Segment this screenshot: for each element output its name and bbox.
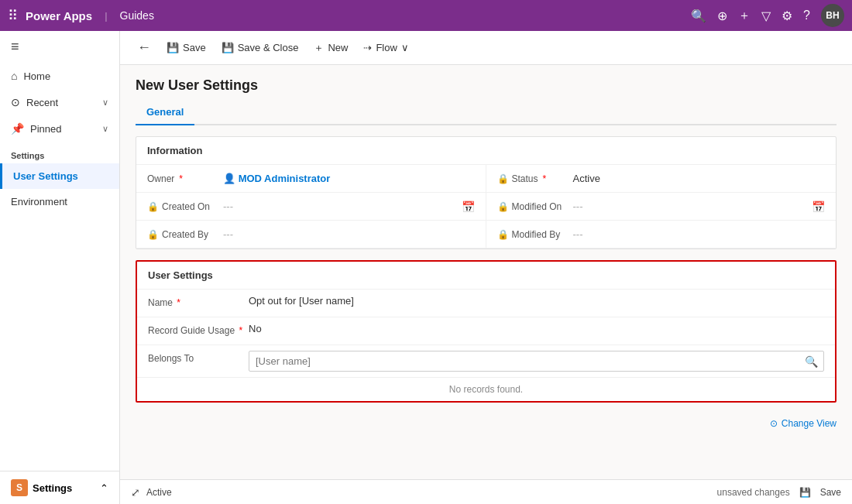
calendar-icon[interactable]: 📅 (462, 201, 475, 213)
flow-button[interactable]: ⇢ Flow ∨ (357, 38, 414, 57)
sidebar-section-label: Settings (0, 142, 119, 163)
save-close-button[interactable]: 💾 Save & Close (215, 38, 305, 57)
required-indicator: * (177, 297, 180, 308)
belongs-to-input[interactable] (249, 351, 824, 372)
new-label: New (328, 42, 348, 53)
sidebar-item-recent[interactable]: ⊙ Recent ∨ (0, 89, 119, 115)
change-view-button[interactable]: ⊙ Change View (770, 418, 837, 429)
top-navigation-bar: ⠿ Power Apps | Guides 🔍 ⊕ ＋ ▽ ⚙ ? BH (0, 0, 852, 31)
sidebar-bottom-section[interactable]: S Settings (11, 479, 72, 496)
required-indicator: * (179, 173, 183, 184)
modified-on-label: 🔒 Modified On (497, 201, 567, 212)
waffle-menu-icon[interactable]: ⠿ (8, 7, 18, 24)
status-value: Active (573, 173, 600, 184)
settings-app-icon: S (11, 479, 28, 496)
user-avatar[interactable]: BH (821, 4, 844, 27)
save-label: Save (183, 42, 206, 53)
owner-value[interactable]: 👤 MOD Administrator (223, 173, 330, 184)
modified-on-cell: 🔒 Modified On --- 📅 (486, 193, 837, 221)
calendar-icon[interactable]: 📅 (812, 201, 825, 213)
name-label-text: Name (148, 297, 173, 308)
belongs-to-label: Belongs To (148, 351, 249, 364)
sidebar-item-label: Home (23, 70, 50, 82)
command-bar: ← 💾 Save 💾 Save & Close ＋ New ⇢ Flow ∨ (120, 31, 852, 65)
filter-icon[interactable]: ▽ (761, 9, 771, 23)
created-by-cell: 🔒 Created By --- (136, 221, 486, 249)
save-icon: 💾 (167, 42, 179, 53)
sidebar-bottom: S Settings ⌃ (0, 471, 119, 504)
name-form-row: Name * Opt out for [User name] (137, 289, 835, 317)
modified-by-value: --- (573, 228, 583, 240)
owner-label-text: Owner (147, 173, 174, 184)
modified-on-value: --- (573, 201, 583, 212)
tabs-bar: General (136, 101, 837, 125)
change-view-row: ⊙ Change View (136, 413, 837, 434)
help-icon[interactable]: ⊕ (717, 9, 727, 23)
no-records-message: No records found. (137, 377, 835, 401)
status-bar-right: unsaved changes 💾 Save (717, 487, 841, 498)
status-label: Active (146, 487, 172, 498)
top-bar-left: ⠿ Power Apps | Guides (8, 7, 154, 24)
belongs-to-field-container: 🔍 (249, 351, 824, 372)
home-icon: ⌂ (11, 70, 17, 82)
status-field-cell: 🔒 Status * Active (486, 165, 837, 193)
belongs-to-row: Belongs To 🔍 (137, 345, 835, 377)
lock-icon: 🔒 (497, 201, 509, 212)
sidebar-item-home[interactable]: ⌂ Home (0, 63, 119, 89)
page-title: New User Settings (136, 77, 837, 94)
tab-general[interactable]: General (136, 101, 194, 125)
search-icon[interactable]: 🔍 (691, 9, 706, 23)
chevron-down-icon: ∨ (102, 98, 108, 108)
back-button[interactable]: ← (131, 36, 157, 60)
sidebar-item-label: Environment (11, 196, 67, 207)
sidebar-toggle-button[interactable]: ≡ (0, 31, 119, 63)
modified-by-label: 🔒 Modified By (497, 229, 567, 240)
settings-icon[interactable]: ⚙ (782, 9, 792, 23)
required-indicator: * (543, 173, 547, 184)
information-section-title: Information (136, 137, 836, 165)
sidebar-item-label: User Settings (13, 170, 78, 182)
sidebar-item-user-settings[interactable]: User Settings (0, 163, 119, 189)
created-on-value: --- (223, 201, 233, 212)
flow-label: Flow (376, 42, 397, 53)
status-label-text: Status (512, 173, 538, 184)
app-name-label: Power Apps (26, 9, 92, 22)
search-icon[interactable]: 🔍 (805, 355, 818, 368)
save-button[interactable]: 💾 Save (160, 38, 212, 57)
unsaved-changes-label: unsaved changes (717, 487, 790, 498)
flow-icon: ⇢ (363, 42, 372, 53)
information-section: Information Owner * 👤 MOD Administrator (136, 136, 837, 249)
separator: | (105, 10, 107, 22)
add-icon[interactable]: ＋ (738, 8, 751, 24)
owner-field-cell: Owner * 👤 MOD Administrator (136, 165, 486, 193)
sidebar-item-label: Pinned (30, 123, 61, 135)
status-bar: ⤢ Active unsaved changes 💾 Save (120, 479, 852, 504)
status-label: 🔒 Status * (497, 173, 567, 184)
sidebar-item-environment[interactable]: Environment (0, 189, 119, 214)
owner-label: Owner * (147, 173, 217, 184)
content-area: ← 💾 Save 💾 Save & Close ＋ New ⇢ Flow ∨ N… (120, 31, 852, 504)
record-guide-usage-label-text: Record Guide Usage (148, 325, 235, 336)
record-guide-usage-label: Record Guide Usage * (148, 323, 249, 336)
question-icon[interactable]: ? (803, 9, 810, 22)
sidebar: ≡ ⌂ Home ⊙ Recent ∨ 📌 Pinned ∨ Settings … (0, 31, 120, 504)
save-close-icon: 💾 (222, 42, 234, 53)
record-guide-usage-value: No (249, 323, 824, 334)
top-bar-right: 🔍 ⊕ ＋ ▽ ⚙ ? BH (691, 4, 844, 27)
created-by-label: 🔒 Created By (147, 229, 217, 240)
sidebar-item-pinned[interactable]: 📌 Pinned ∨ (0, 115, 119, 142)
lock-icon: 🔒 (147, 229, 159, 240)
owner-name: MOD Administrator (239, 173, 331, 184)
modified-by-cell: 🔒 Modified By --- (486, 221, 837, 249)
chevron-down-icon: ∨ (401, 42, 409, 53)
created-on-label: 🔒 Created On (147, 201, 217, 212)
chevron-up-icon[interactable]: ⌃ (100, 482, 108, 494)
status-save-label[interactable]: Save (820, 487, 841, 498)
lock-icon: 🔒 (147, 201, 159, 212)
expand-icon[interactable]: ⤢ (131, 486, 140, 499)
created-on-label-text: Created On (162, 201, 210, 212)
new-icon: ＋ (314, 41, 324, 55)
recent-icon: ⊙ (11, 96, 20, 108)
new-button[interactable]: ＋ New (307, 37, 354, 59)
created-by-label-text: Created By (162, 229, 208, 240)
